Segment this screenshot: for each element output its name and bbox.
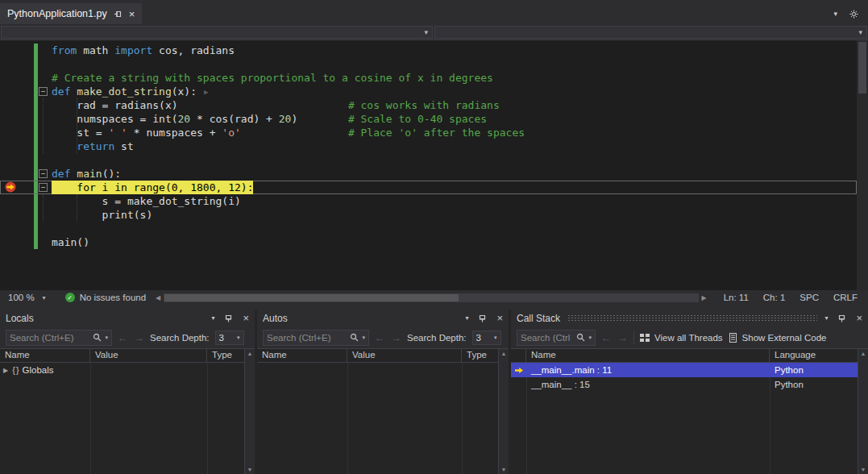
- locals-title-bar[interactable]: Locals ▾ ×: [0, 310, 255, 326]
- callstack-vertical-scrollbar[interactable]: ▲ ▼: [858, 349, 868, 474]
- locals-grid[interactable]: Name Value Type ▶{ }Globals: [0, 349, 244, 474]
- scrollbar-thumb[interactable]: [858, 42, 866, 94]
- code-editor[interactable]: from math import cos, radians# Create a …: [0, 40, 868, 290]
- callstack-frame-row[interactable]: __main__.main : 11Python: [511, 363, 858, 377]
- code-line-9[interactable]: [0, 153, 857, 167]
- code-lines[interactable]: from math import cos, radians# Create a …: [0, 40, 857, 290]
- column-header-name[interactable]: Name: [526, 349, 770, 362]
- code-line-12[interactable]: s = make_dot_string(i): [0, 194, 857, 208]
- tab-pythonapplication1[interactable]: PythonApplication1.py ×: [0, 3, 142, 24]
- search-input[interactable]: Search (Ctrl+E) ▾: [6, 330, 112, 346]
- scroll-up-icon[interactable]: ▲: [247, 351, 253, 356]
- search-options-icon[interactable]: ▾: [105, 335, 108, 341]
- search-depth-dropdown[interactable]: 3 ▾: [215, 331, 244, 345]
- pin-icon[interactable]: [479, 314, 486, 322]
- callstack-toolbar: Search (Ctrl ▾ ← → View all Threads Show…: [511, 326, 868, 348]
- autos-vertical-scrollbar[interactable]: ▲ ▼: [498, 349, 509, 474]
- editor-status-bar: 100 % ▾ ✓ No issues found ◀ ▶ Ln: 11 Ch:…: [0, 290, 868, 305]
- namespace-icon: { }: [12, 365, 18, 375]
- code-line-5[interactable]: rad = radians(x) # cos works with radian…: [0, 98, 857, 112]
- code-line-11[interactable]: − for i in range(0, 1800, 12):: [0, 181, 857, 194]
- scroll-up-icon[interactable]: ▲: [861, 351, 866, 356]
- pin-icon[interactable]: [225, 314, 232, 322]
- window-position-icon[interactable]: ▾: [465, 314, 468, 322]
- window-position-icon[interactable]: ▾: [211, 314, 214, 322]
- tab-close-icon[interactable]: ×: [129, 9, 135, 19]
- chevron-down-icon: ▾: [237, 335, 240, 341]
- window-options-gear-icon[interactable]: [849, 10, 858, 19]
- autos-title-bar[interactable]: Autos ▾ ×: [257, 310, 509, 326]
- scroll-down-icon[interactable]: ▼: [501, 467, 507, 472]
- column-header-value[interactable]: Value: [90, 349, 207, 362]
- view-all-threads-button[interactable]: View all Threads: [640, 333, 723, 343]
- close-icon[interactable]: ×: [243, 313, 249, 323]
- scrollbar-thumb[interactable]: [164, 294, 459, 301]
- code-line-13[interactable]: print(s): [0, 208, 857, 222]
- forward-icon[interactable]: →: [392, 332, 401, 343]
- code-line-1[interactable]: from math import cos, radians: [0, 44, 857, 57]
- member-dropdown[interactable]: ▾: [434, 26, 867, 39]
- editor-horizontal-scrollbar[interactable]: ◀ ▶: [154, 293, 708, 302]
- search-icon[interactable]: [350, 333, 359, 342]
- code-line-10[interactable]: −def main():: [0, 167, 857, 181]
- pin-icon[interactable]: [114, 10, 123, 19]
- window-position-icon[interactable]: ▾: [824, 314, 828, 322]
- editor-vertical-scrollbar[interactable]: [857, 40, 868, 290]
- fold-marker-icon[interactable]: −: [39, 183, 48, 192]
- back-icon[interactable]: ←: [118, 332, 127, 343]
- column-header-value[interactable]: Value: [347, 349, 462, 362]
- fold-marker-icon[interactable]: −: [39, 87, 48, 96]
- column-header-type[interactable]: Type: [207, 349, 244, 362]
- show-external-code-button[interactable]: Show External Code: [729, 333, 827, 343]
- scroll-up-icon[interactable]: ▲: [501, 351, 507, 356]
- code-line-14[interactable]: [0, 222, 857, 235]
- code-line-7[interactable]: st = ' ' * numspaces + 'o' # Place 'o' a…: [0, 126, 857, 139]
- callstack-title-bar[interactable]: Call Stack ▾ ×: [511, 310, 868, 326]
- close-icon[interactable]: ×: [856, 313, 862, 323]
- scroll-left-icon[interactable]: ◀: [154, 294, 162, 301]
- search-icon[interactable]: [576, 333, 585, 342]
- code-line-3[interactable]: # Create a string with spaces proportion…: [0, 71, 857, 85]
- scroll-down-icon[interactable]: ▼: [247, 467, 253, 472]
- code-line-8[interactable]: return st: [0, 139, 857, 153]
- expander-icon[interactable]: ▶: [3, 367, 8, 374]
- column-header-language[interactable]: Language: [770, 349, 858, 362]
- code-line-2[interactable]: [0, 57, 857, 71]
- scrollbar-track[interactable]: [164, 293, 698, 302]
- back-icon[interactable]: ←: [601, 332, 611, 343]
- fold-marker-icon[interactable]: −: [39, 169, 48, 178]
- autos-grid[interactable]: Name Value Type: [257, 349, 498, 474]
- issues-indicator[interactable]: ✓ No issues found: [65, 293, 146, 302]
- forward-icon[interactable]: →: [135, 332, 144, 343]
- column-header-type[interactable]: Type: [462, 349, 498, 362]
- search-options-icon[interactable]: ▾: [362, 335, 365, 341]
- code-line-15[interactable]: main(): [0, 235, 857, 249]
- fold-column: [39, 44, 52, 57]
- search-icon[interactable]: [93, 333, 102, 342]
- table-row[interactable]: ▶{ }Globals: [0, 363, 244, 377]
- title-grip[interactable]: [567, 314, 817, 322]
- scroll-right-icon[interactable]: ▶: [700, 294, 708, 301]
- zoom-dropdown[interactable]: 100 % ▾: [0, 290, 54, 305]
- search-input[interactable]: Search (Ctrl+E) ▾: [263, 330, 369, 346]
- eol-indicator[interactable]: CRLF: [826, 293, 865, 302]
- search-input[interactable]: Search (Ctrl ▾: [517, 330, 596, 346]
- project-dropdown[interactable]: ▾: [1, 26, 433, 39]
- search-options-icon[interactable]: ▾: [588, 335, 592, 341]
- callstack-grid[interactable]: Name Language __main__.main : 11Python__…: [511, 349, 858, 474]
- locals-vertical-scrollbar[interactable]: ▲ ▼: [244, 349, 255, 474]
- close-icon[interactable]: ×: [496, 313, 503, 323]
- scroll-down-icon[interactable]: ▼: [861, 467, 866, 472]
- space-mode-indicator[interactable]: SPC: [792, 293, 826, 302]
- search-depth-dropdown[interactable]: 3 ▾: [472, 331, 501, 345]
- column-header-name[interactable]: Name: [0, 349, 90, 362]
- breakpoint-current-statement-icon[interactable]: [4, 181, 17, 193]
- document-dropdown-icon[interactable]: ▾: [833, 10, 837, 18]
- back-icon[interactable]: ←: [375, 332, 384, 343]
- code-line-6[interactable]: numspaces = int(20 * cos(rad) + 20) # Sc…: [0, 112, 857, 126]
- code-line-4[interactable]: −def make_dot_string(x): ▸: [0, 85, 857, 98]
- forward-icon[interactable]: →: [618, 332, 628, 343]
- column-header-name[interactable]: Name: [257, 349, 347, 362]
- pin-icon[interactable]: [838, 314, 845, 322]
- callstack-frame-row[interactable]: __main__ : 15Python: [511, 377, 858, 392]
